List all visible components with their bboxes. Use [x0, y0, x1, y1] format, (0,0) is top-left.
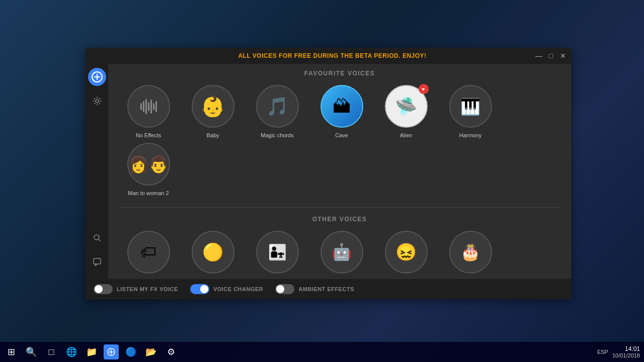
voice-name-android: Android: [332, 278, 351, 279]
voice-card-8bits[interactable]: 🟡 8bits: [183, 231, 243, 279]
voice-circle-man-to-woman-2: 👩‍👨: [127, 143, 170, 186]
announcement-text: ALL VOICES FOR FREE DURING THE BETA PERI…: [130, 52, 535, 59]
taskbar-date: 10/01/2018: [612, 352, 640, 358]
toggle-group-fx-voice: LISTEN MY FX VOICE: [94, 284, 178, 294]
toggle-group-ambient-effects: AMBIENT EFFECTS: [275, 284, 354, 294]
voice-circle-aphonic: 😖: [385, 231, 428, 274]
voice-card-birthday-beach[interactable]: 🎂 Birthday beach: [440, 231, 501, 279]
taskbar-task-view[interactable]: □: [42, 342, 60, 362]
toggle-group-voice-changer: VOICE CHANGER: [190, 284, 263, 294]
sidebar: [86, 64, 108, 279]
toggle-label-ambient-effects: AMBIENT EFFECTS: [298, 286, 354, 292]
window-controls: — □ ✕: [535, 52, 567, 60]
taskbar-app-icon[interactable]: [104, 344, 119, 359]
voice-name-no-effects: No Effects: [136, 132, 162, 139]
app-body: FAVOURITE VOICES: [86, 64, 571, 279]
other-voices-grid: 🏷 2x1 🟡 8bits 👨‍👧 Adult to chil: [118, 231, 561, 279]
voice-card-adult-to-children[interactable]: 👨‍👧 Adult to children: [247, 231, 307, 279]
taskbar-vmware-icon[interactable]: 🔵: [122, 342, 140, 362]
sidebar-settings[interactable]: [88, 92, 106, 110]
start-button[interactable]: ⊞: [2, 342, 20, 362]
voice-card-man-to-woman-2[interactable]: 👩‍👨 Man to woman 2: [118, 143, 179, 197]
minimize-button[interactable]: —: [535, 52, 543, 60]
voice-name-2x1: 2x1: [144, 278, 153, 279]
waveform-icon: [140, 99, 157, 114]
bottom-bar: LISTEN MY FX VOICE VOICE CHANGER AMBIENT…: [86, 279, 571, 299]
sidebar-search[interactable]: [88, 229, 106, 247]
voice-card-harmony[interactable]: 🎹 Harmony: [440, 85, 501, 139]
title-bar: ALL VOICES FOR FREE DURING THE BETA PERI…: [86, 48, 571, 64]
svg-rect-6: [94, 258, 101, 264]
heart-badge-alien: ♥: [419, 84, 429, 94]
toggle-fx-voice[interactable]: [94, 284, 113, 294]
toggle-label-voice-changer: VOICE CHANGER: [213, 286, 263, 292]
toggle-ambient-effects[interactable]: [275, 284, 294, 294]
voice-circle-no-effects: [127, 85, 170, 128]
svg-point-4: [94, 235, 99, 240]
taskbar-edge-icon[interactable]: 🌐: [62, 342, 80, 362]
taskbar-right: ESP 14:01 10/01/2018: [597, 345, 644, 358]
taskbar-time: 14:01: [612, 345, 640, 352]
voice-card-2x1[interactable]: 🏷 2x1: [118, 231, 179, 279]
voice-circle-harmony: 🎹: [449, 85, 492, 128]
voice-circle-cave: 🏔: [320, 85, 363, 128]
voice-name-birthday-beach: Birthday beach: [452, 278, 489, 279]
voice-card-cave[interactable]: 🏔 Cave: [311, 85, 372, 139]
voice-circle-birthday-beach: 🎂: [449, 231, 492, 274]
voice-card-alien[interactable]: ♥ 🛸 Alien: [376, 85, 436, 139]
taskbar-explorer-icon[interactable]: 📁: [83, 342, 101, 362]
sidebar-chat[interactable]: [88, 253, 106, 271]
svg-point-3: [96, 100, 99, 103]
voice-circle-2x1: 🏷: [127, 231, 170, 274]
toggle-knob-fx-voice: [95, 285, 103, 293]
voice-circle-alien: ♥ 🛸: [385, 85, 428, 128]
voice-name-magic-chords: Magic chords: [261, 132, 293, 139]
sidebar-logo[interactable]: [88, 68, 106, 86]
maximize-button[interactable]: □: [547, 52, 555, 60]
other-voices-header: OTHER VOICES: [118, 216, 561, 223]
voice-circle-android: 🤖: [320, 231, 363, 274]
taskbar: ⊞ 🔍 □ 🌐 📁 🔵 📂 ⚙ ESP 14:01 10/01/2018: [0, 342, 644, 362]
taskbar-left: ⊞ 🔍 □ 🌐 📁 🔵 📂 ⚙: [0, 342, 180, 362]
voice-card-magic-chords[interactable]: 🎵 Magic chords: [247, 85, 307, 139]
close-button[interactable]: ✕: [559, 52, 567, 60]
toggle-label-fx-voice: LISTEN MY FX VOICE: [117, 286, 178, 292]
toggle-knob-ambient-effects: [276, 285, 284, 293]
taskbar-folder-icon[interactable]: 📂: [142, 342, 160, 362]
voice-name-cave: Cave: [335, 132, 348, 139]
taskbar-settings-icon[interactable]: ⚙: [162, 342, 180, 362]
toggle-knob-voice-changer: [200, 285, 208, 293]
voice-name-8bits: 8bits: [207, 278, 218, 279]
app-window: ALL VOICES FOR FREE DURING THE BETA PERI…: [86, 48, 571, 299]
voice-name-baby: Baby: [206, 132, 219, 139]
voice-name-harmony: Harmony: [459, 132, 482, 139]
voice-name-man-to-woman-2: Man to woman 2: [128, 190, 169, 197]
voice-circle-magic-chords: 🎵: [256, 85, 299, 128]
favourite-voices-header: FAVOURITE VOICES: [118, 70, 561, 77]
voice-name-alien: Alien: [400, 132, 412, 139]
main-content: FAVOURITE VOICES: [108, 64, 571, 279]
voice-card-baby[interactable]: 👶 Baby: [183, 85, 243, 139]
voice-circle-baby: 👶: [192, 85, 234, 128]
sidebar-bottom: [88, 229, 106, 275]
voice-circle-adult-to-children: 👨‍👧: [256, 231, 299, 274]
voice-name-adult-to-children: Adult to children: [258, 278, 297, 279]
svg-line-5: [99, 239, 101, 241]
voice-circle-8bits: 🟡: [192, 231, 234, 274]
favourite-voices-grid: No Effects 👶 Baby 🎵 Magic chords: [118, 85, 561, 197]
taskbar-clock: 14:01 10/01/2018: [612, 345, 640, 358]
voice-card-android[interactable]: 🤖 Android: [311, 231, 372, 279]
voice-card-no-effects[interactable]: No Effects: [118, 85, 179, 139]
section-divider: [118, 207, 561, 208]
taskbar-search-icon[interactable]: 🔍: [22, 342, 40, 362]
toggle-voice-changer[interactable]: [190, 284, 209, 294]
voice-card-aphonic[interactable]: 😖 Aphonic: [376, 231, 436, 279]
voice-name-aphonic: Aphonic: [396, 278, 416, 279]
taskbar-lang: ESP: [597, 349, 608, 355]
